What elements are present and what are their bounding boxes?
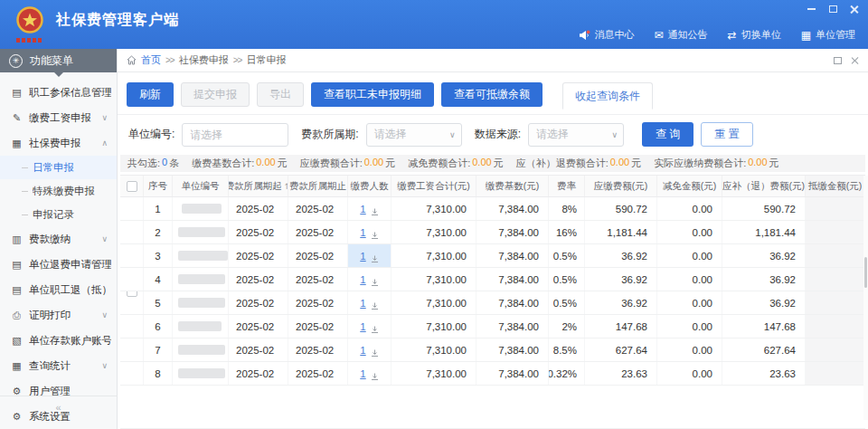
payable-cell: 36.92: [585, 291, 657, 314]
period-start-cell: 2025-02: [229, 244, 288, 267]
reduction-cell: 0.00: [657, 244, 722, 267]
wage-total-cell: 7,310.00: [392, 362, 476, 385]
toolbar: 刷新 提交申报 导出 查看职工未申报明细 查看可抵缴余额 收起查询条件: [118, 72, 868, 114]
switch-unit-button[interactable]: ⇄ 切换单位: [728, 28, 781, 42]
maximize-icon[interactable]: [826, 4, 839, 14]
page-controls: [834, 56, 859, 64]
toolbar-button[interactable]: 导出: [257, 82, 304, 107]
toolbar-button[interactable]: 刷新: [127, 82, 174, 107]
sidebar-item[interactable]: 日常申报: [0, 156, 117, 179]
period-start-cell: 2025-02: [229, 197, 288, 220]
scrollbar[interactable]: [863, 176, 868, 420]
redacted-unit-no: [178, 274, 225, 284]
download-icon[interactable]: [371, 255, 379, 263]
period-end-cell: 2025-02: [288, 244, 348, 267]
people-count-link[interactable]: 1: [360, 298, 365, 309]
window-controls: [805, 4, 861, 14]
redacted-unit-no: [182, 204, 222, 214]
people-count-link[interactable]: 1: [360, 345, 365, 356]
download-icon[interactable]: [371, 208, 379, 216]
base-cell: 7,384.00: [476, 221, 549, 243]
wage-total-cell: 7,310.00: [392, 268, 476, 291]
unit-no-cell: [173, 315, 229, 338]
message-center-button[interactable]: 消息中心: [579, 28, 635, 42]
row-index: 1: [144, 197, 173, 220]
offset-cell: [806, 268, 865, 291]
people-count-link[interactable]: 1: [360, 227, 365, 238]
period-end-cell: 2025-02: [288, 197, 348, 220]
sidebar-item[interactable]: ▤ 单位退费申请管理: [0, 252, 117, 277]
query-button[interactable]: 查 询: [642, 122, 693, 147]
restore-page-icon[interactable]: [834, 57, 842, 64]
rate-cell: 8%: [549, 197, 585, 220]
toolbar-button[interactable]: 查看职工未申报明细: [311, 82, 434, 107]
download-icon[interactable]: [371, 232, 379, 240]
redacted-unit-no: [178, 368, 225, 378]
people-count-link[interactable]: 1: [360, 368, 365, 379]
download-icon[interactable]: [371, 302, 379, 310]
chevron-down-icon: ∨: [101, 234, 111, 243]
offset-cell: [806, 244, 865, 267]
download-icon[interactable]: [371, 326, 379, 334]
close-icon[interactable]: [848, 4, 861, 14]
payable-cell: 627.64: [585, 338, 657, 361]
home-icon: [127, 55, 137, 65]
people-count-link[interactable]: 1: [360, 274, 365, 285]
unit-no-input[interactable]: [182, 123, 288, 147]
sidebar-item[interactable]: 申报记录: [0, 203, 117, 226]
sidebar-item[interactable]: ⎙ 证明打印 ∨: [0, 302, 117, 328]
people-count-link[interactable]: 1: [360, 204, 365, 214]
sidebar-item[interactable]: ▧ 单位存款账户账号管理: [0, 328, 117, 353]
app-window: 社保费管理客户端 消息中心 ✉ 通知公告 ⇄ 切换单位 ▦ 单位管理: [0, 0, 868, 429]
download-icon[interactable]: [371, 349, 379, 358]
row-checkbox[interactable]: [127, 291, 137, 297]
period-end-cell: 2025-02: [288, 362, 348, 385]
table-row: 5 2025-02 2025-02 1 7,310.00 7: [120, 291, 865, 315]
sidebar-item[interactable]: ▥ 费款缴纳 ∨: [0, 226, 117, 252]
announcement-icon: [579, 30, 590, 41]
wage-total-cell: 7,310.00: [392, 338, 476, 361]
scrollbar-thumb[interactable]: [864, 257, 867, 288]
unit-management-button[interactable]: ▦ 单位管理: [801, 28, 855, 42]
breadcrumb-home-link[interactable]: 首页: [141, 53, 161, 67]
unit-no-cell: [173, 338, 229, 361]
reduction-cell: 0.00: [657, 362, 722, 385]
toolbar-button[interactable]: 查看可抵缴余额: [441, 82, 542, 107]
select-all-checkbox[interactable]: [127, 181, 137, 192]
close-page-icon[interactable]: [851, 56, 859, 64]
sortable-header[interactable]: 费款所属期起⇅: [229, 176, 288, 196]
download-icon[interactable]: [371, 279, 379, 287]
reset-button[interactable]: 重 置: [701, 122, 752, 147]
unit-no-cell: [173, 268, 229, 291]
reduction-cell: 0.00: [657, 291, 722, 314]
period-start-cell: 2025-02: [229, 362, 288, 385]
minimize-icon[interactable]: [805, 4, 817, 14]
fee-period-select[interactable]: 请选择 ∨: [366, 123, 462, 147]
table-row: 3 2025-02 2025-02 1 7,310.00 7: [120, 244, 865, 268]
download-icon[interactable]: [371, 373, 379, 381]
declaration-table: 序号 单位编号 费款所属期起⇅ 费款所属期止 缴费人数 缴费工资合计(元) 缴费…: [120, 175, 865, 386]
unit-no-cell: [173, 362, 229, 385]
print-icon: ⎙: [11, 310, 23, 321]
people-count-link[interactable]: 1: [360, 251, 365, 262]
sidebar-item[interactable]: ✎ 缴费工资申报 ∨: [0, 105, 117, 130]
data-source-select[interactable]: 请选择 ∨: [528, 123, 624, 147]
table-row: 7 2025-02 2025-02 1 7,310.00 7: [120, 338, 865, 362]
sidebar-item[interactable]: ▤ 职工参保信息管理: [0, 80, 117, 105]
people-count-link[interactable]: 1: [360, 321, 365, 332]
toolbar-button[interactable]: 提交申报: [181, 82, 250, 107]
base-cell: 7,384.00: [476, 244, 549, 267]
sidebar-item[interactable]: ▦ 查询统计 ∨: [0, 353, 117, 378]
table-row: 2 2025-02 2025-02 1 7,310.00 7: [120, 221, 865, 244]
select-all-cell: [120, 176, 144, 196]
toolbar-button[interactable]: 收起查询条件: [562, 82, 653, 110]
data-source-label: 数据来源:: [475, 127, 521, 142]
rate-cell: 16%: [549, 221, 585, 243]
chevron-down-icon: ∨: [611, 130, 618, 139]
sidebar-item[interactable]: ▤ 单位职工退（抵）费申请管理: [0, 277, 117, 302]
sidebar-collapse-button[interactable]: «: [55, 402, 61, 413]
wage-total-cell: 7,310.00: [392, 197, 476, 220]
sidebar-item[interactable]: 特殊缴费申报: [0, 179, 117, 203]
notice-button[interactable]: ✉ 通知公告: [655, 28, 708, 42]
sidebar-item[interactable]: ▦ 社保费申报 ∧: [0, 130, 117, 156]
